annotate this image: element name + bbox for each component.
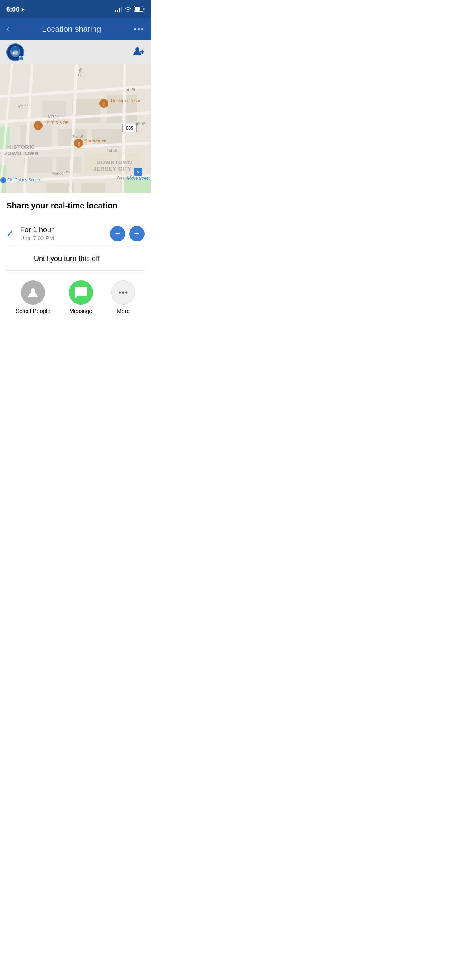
svg-text:JERSEY CITY: JERSEY CITY	[93, 166, 132, 172]
page-title: Location sharing	[42, 25, 101, 34]
panel-title: Share your real-time location	[6, 201, 145, 210]
svg-text:Mercer St: Mercer St	[52, 171, 70, 176]
location-arrow-icon: ➤	[21, 7, 25, 12]
svg-rect-11	[13, 55, 18, 57]
nav-bar: ‹ Location sharing •••	[0, 18, 151, 40]
message-button[interactable]: Message	[69, 280, 93, 314]
option-sub-label: Until 7:00 PM	[20, 235, 110, 241]
select-people-icon	[21, 280, 45, 305]
wifi-icon	[124, 6, 132, 13]
svg-text:HISTORIC: HISTORIC	[7, 144, 35, 150]
option-always-on[interactable]: ✓ Until you turn this off	[6, 247, 145, 271]
svg-text:Old Colony Square: Old Colony Square	[7, 178, 41, 182]
more-icon: •••	[111, 280, 135, 305]
map-view[interactable]: 635 6th St 7th St 5th St 3rd St 4th St 1…	[0, 64, 151, 193]
status-time: 6:00 ➤	[6, 6, 25, 13]
option-one-hour[interactable]: ✓ For 1 hour Until 7:00 PM − +	[6, 220, 145, 247]
checkmark-icon-empty: ✓	[6, 255, 14, 263]
more-label: More	[117, 308, 130, 314]
svg-text:635: 635	[126, 126, 133, 130]
svg-text:Ani Ramen: Ani Ramen	[85, 138, 106, 143]
svg-rect-20	[81, 183, 105, 193]
avatar-strip	[0, 40, 151, 64]
more-button[interactable]: ••• More	[111, 280, 135, 314]
checkmark-icon: ✓	[6, 229, 14, 239]
signal-bars-icon	[115, 7, 122, 12]
add-person-button[interactable]	[133, 46, 145, 58]
bottom-panel: Share your real-time location ✓ For 1 ho…	[0, 193, 151, 271]
svg-text:DOWNTOWN: DOWNTOWN	[97, 159, 132, 165]
user-avatar[interactable]	[6, 43, 24, 61]
option-main-label: For 1 hour	[20, 226, 110, 234]
more-options-button[interactable]: •••	[134, 25, 145, 34]
svg-rect-2	[143, 8, 145, 10]
svg-text:1st St: 1st St	[107, 148, 117, 153]
svg-text:🍴: 🍴	[36, 124, 41, 128]
share-row: Select People Message ••• More	[0, 271, 151, 322]
svg-text:5th St: 5th St	[48, 114, 59, 119]
increase-hour-button[interactable]: +	[129, 226, 145, 241]
svg-rect-29	[72, 99, 101, 123]
option-always-label: Until you turn this off	[34, 255, 145, 263]
svg-text:3rd St: 3rd St	[72, 134, 83, 139]
status-icons	[115, 6, 145, 13]
svg-text:Third & Vine: Third & Vine	[44, 120, 68, 125]
svg-text:6th St: 6th St	[18, 104, 29, 109]
select-people-label: Select People	[16, 308, 50, 314]
message-label: Message	[69, 308, 92, 314]
svg-text:M: M	[137, 170, 140, 174]
decrease-hour-button[interactable]: −	[110, 226, 125, 241]
status-bar: 6:00 ➤	[0, 0, 151, 18]
svg-point-12	[135, 47, 139, 51]
message-icon	[69, 280, 93, 305]
svg-point-10	[16, 52, 17, 53]
select-people-button[interactable]: Select People	[16, 280, 50, 314]
svg-text:7th St: 7th St	[125, 87, 136, 92]
svg-text:Rustique Pizza: Rustique Pizza	[111, 98, 141, 103]
svg-rect-21	[24, 157, 52, 173]
option-one-hour-text: For 1 hour Until 7:00 PM	[20, 226, 110, 241]
svg-text:Grove Street: Grove Street	[127, 176, 150, 181]
map-svg: 635 6th St 7th St 5th St 3rd St 4th St 1…	[0, 64, 151, 193]
svg-text:🍴: 🍴	[77, 141, 81, 146]
time-display: 6:00	[6, 6, 19, 13]
battery-icon	[134, 6, 145, 13]
svg-point-63	[0, 177, 6, 183]
svg-point-9	[14, 52, 14, 53]
svg-text:🍴: 🍴	[102, 101, 107, 106]
svg-rect-1	[135, 7, 140, 11]
hour-controls: − +	[110, 226, 145, 241]
avatar-status-dot	[19, 56, 24, 61]
svg-text:DOWNTOWN: DOWNTOWN	[3, 150, 39, 156]
back-button[interactable]: ‹	[6, 24, 9, 34]
svg-text:4th St: 4th St	[134, 121, 145, 126]
option-always-on-text: Until you turn this off	[20, 255, 145, 263]
